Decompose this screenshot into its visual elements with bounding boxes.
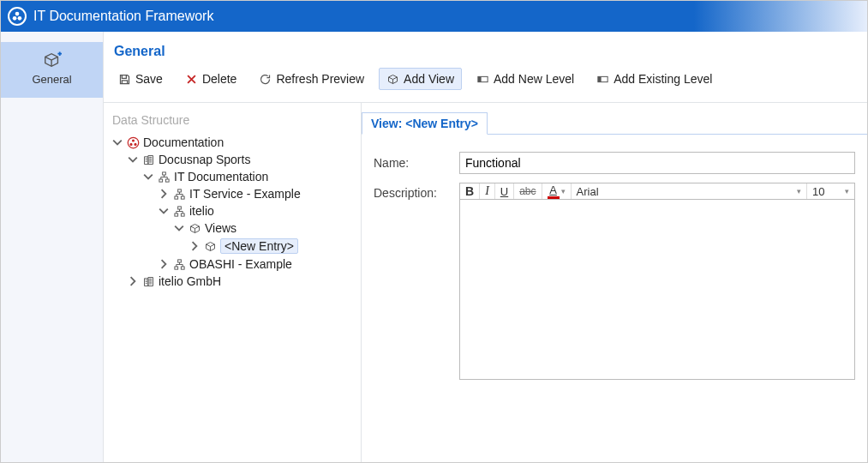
- svg-rect-22: [181, 267, 184, 269]
- svg-rect-19: [181, 213, 184, 216]
- documentation-icon: [126, 135, 140, 149]
- refresh-icon: [259, 73, 272, 86]
- tree-item-docusnap-sports[interactable]: Docusnap Sports: [126, 151, 356, 168]
- svg-rect-15: [174, 196, 177, 199]
- svg-point-0: [15, 12, 20, 16]
- tree-item-itelio[interactable]: itelio: [157, 202, 356, 219]
- building-icon: [141, 274, 155, 288]
- svg-rect-13: [165, 179, 169, 182]
- sidebar-item-label: General: [32, 73, 71, 86]
- add-view-button[interactable]: Add View: [379, 68, 462, 90]
- chevron-down-icon[interactable]: [143, 171, 153, 182]
- app-logo-icon: [8, 7, 27, 26]
- chevron-right-icon[interactable]: [159, 189, 169, 199]
- detail-pane: View: <New Entry> Name: Description: B I…: [361, 103, 867, 463]
- save-button[interactable]: Save: [111, 68, 171, 90]
- font-color-button[interactable]: A ▾: [542, 183, 572, 199]
- svg-point-7: [128, 137, 139, 148]
- svg-point-2: [18, 16, 22, 21]
- tree-pane: Data Structure Documentation: [104, 103, 361, 463]
- add-existing-level-button[interactable]: Add Existing Level: [589, 68, 720, 90]
- tree-item-new-entry[interactable]: <New Entry>: [188, 237, 356, 256]
- svg-point-9: [129, 142, 132, 145]
- tree-title: Data Structure: [111, 113, 356, 127]
- hierarchy-icon: [157, 170, 171, 183]
- sidebar-item-general[interactable]: General: [1, 42, 103, 98]
- hierarchy-icon: [172, 204, 186, 218]
- chevron-right-icon[interactable]: [189, 241, 200, 251]
- sidebar: General: [1, 32, 104, 463]
- underline-button[interactable]: U: [495, 183, 514, 199]
- name-input[interactable]: [459, 152, 855, 174]
- svg-rect-4: [478, 76, 482, 81]
- rte-toolbar: B I U abc A ▾: [459, 183, 855, 200]
- chevron-down-icon[interactable]: [112, 137, 123, 147]
- italic-button[interactable]: I: [480, 183, 495, 199]
- cube-icon: [188, 221, 201, 235]
- description-label: Description:: [374, 183, 459, 200]
- tree-item-views[interactable]: Views: [172, 219, 356, 237]
- description-editor[interactable]: [459, 200, 855, 380]
- chevron-right-icon[interactable]: [128, 276, 138, 286]
- floppy-icon: [118, 73, 131, 86]
- bold-button[interactable]: B: [460, 183, 480, 199]
- tree-item-itelio-gmbh[interactable]: itelio GmbH: [126, 273, 356, 290]
- font-family-select[interactable]: Arial ▾: [572, 183, 807, 199]
- chevron-right-icon[interactable]: [159, 259, 169, 269]
- hierarchy-icon: [172, 187, 186, 201]
- section-header: General: [104, 32, 867, 68]
- cube-icon: [386, 73, 399, 86]
- chevron-down-icon: ▾: [797, 187, 801, 195]
- svg-point-1: [13, 16, 17, 21]
- title-bar: IT Documentation Framework: [1, 1, 867, 32]
- tree-item-it-service-example[interactable]: IT Service - Example: [157, 185, 356, 202]
- level-new-icon: [476, 73, 489, 86]
- chevron-down-icon[interactable]: [174, 223, 184, 233]
- font-size-select[interactable]: 10 ▾: [807, 183, 854, 199]
- svg-point-8: [131, 139, 134, 141]
- tree: Documentation Docusnap Sports: [111, 134, 356, 290]
- chevron-down-icon: ▾: [561, 187, 566, 195]
- svg-rect-6: [598, 76, 602, 81]
- svg-rect-18: [174, 213, 177, 216]
- tree-item-obashi-example[interactable]: OBASHI - Example: [157, 256, 356, 273]
- chevron-down-icon: ▾: [845, 187, 849, 195]
- tree-item-documentation[interactable]: Documentation: [111, 134, 356, 151]
- svg-rect-12: [159, 179, 162, 182]
- svg-rect-16: [181, 196, 184, 199]
- tab-view[interactable]: View: <New Entry>: [362, 112, 488, 135]
- cube-plus-icon: [43, 51, 62, 69]
- hierarchy-icon: [172, 257, 186, 271]
- delete-button[interactable]: Delete: [177, 68, 244, 90]
- tree-item-it-documentation[interactable]: IT Documentation: [141, 168, 356, 185]
- chevron-down-icon[interactable]: [159, 206, 169, 216]
- building-icon: [141, 153, 155, 166]
- chevron-down-icon[interactable]: [128, 154, 138, 165]
- svg-rect-20: [177, 259, 181, 262]
- svg-rect-14: [177, 189, 181, 191]
- x-icon: [185, 73, 198, 86]
- refresh-preview-button[interactable]: Refresh Preview: [251, 68, 372, 90]
- cube-icon: [203, 239, 217, 253]
- svg-rect-11: [162, 171, 165, 174]
- add-new-level-button[interactable]: Add New Level: [469, 68, 582, 90]
- svg-rect-21: [174, 267, 177, 269]
- name-label: Name:: [374, 156, 459, 170]
- level-existing-icon: [596, 73, 609, 86]
- window-title: IT Documentation Framework: [33, 9, 213, 24]
- svg-rect-17: [177, 206, 181, 208]
- strikethrough-button[interactable]: abc: [514, 183, 542, 199]
- svg-point-10: [134, 142, 136, 145]
- toolbar: Save Delete Refresh Preview Add View Add…: [104, 68, 867, 103]
- color-swatch: [548, 196, 560, 199]
